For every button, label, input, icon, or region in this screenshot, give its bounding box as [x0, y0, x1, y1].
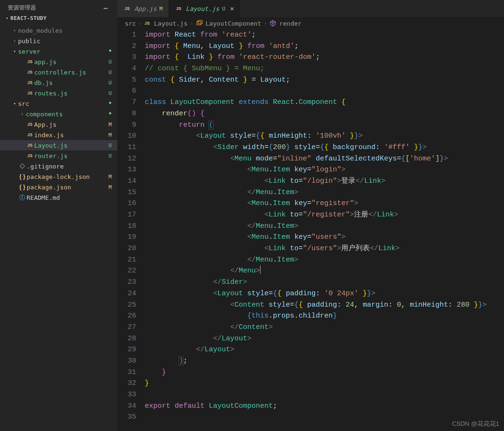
line-number: 33 — [117, 389, 136, 401]
tree-file[interactable]: { }package.jsonM — [0, 182, 117, 192]
breadcrumb[interactable]: src›JSLayout.js›LayoutComponent›render — [117, 17, 504, 29]
tree-folder[interactable]: ›components• — [0, 109, 117, 119]
line-number: 4 — [117, 63, 136, 75]
file-label: src — [18, 100, 107, 107]
code-line[interactable]: <Layout style={{ padding: '0 24px' }}> — [145, 288, 504, 300]
file-label: router.js — [34, 152, 107, 159]
tree-file[interactable]: JSindex.jsM — [0, 130, 117, 140]
line-number: 12 — [117, 153, 136, 165]
file-tree: ›node_modules›public▾server•JSapp.jsUJSc… — [0, 23, 117, 205]
project-name: REACT-STUDY — [10, 15, 113, 21]
line-number: 24 — [117, 288, 136, 300]
js-icon: JS — [123, 6, 131, 11]
more-icon[interactable]: ⋯ — [102, 4, 110, 12]
line-number: 20 — [117, 243, 136, 254]
git-status: M — [107, 174, 113, 180]
code-line[interactable]: </Menu> — [145, 265, 504, 277]
tree-folder[interactable]: ▾server• — [0, 46, 117, 56]
code-line[interactable]: } — [145, 378, 504, 389]
tree-file[interactable]: JSrouter.jsU — [0, 150, 117, 161]
chevron-down-icon: ▾ — [11, 49, 18, 54]
tree-file[interactable]: JSapp.jsU — [0, 56, 117, 67]
code-line[interactable]: return ( — [145, 120, 504, 131]
breadcrumb-item[interactable]: src — [125, 20, 136, 27]
code-line[interactable]: <Link to="/login">登录</Link> — [145, 176, 504, 187]
code-line[interactable]: <Content style={{ padding: 24, margin: 0… — [145, 300, 504, 311]
editor-tab[interactable]: JSApp.jsM — [117, 0, 169, 17]
code-line[interactable]: <Sider width={200} style={{ background: … — [145, 142, 504, 153]
tree-file[interactable]: { }package-lock.jsonM — [0, 171, 117, 182]
code-line[interactable]: </Content> — [145, 322, 504, 333]
code-line[interactable]: <Layout style={{ minHeight: '100vh' }}> — [145, 131, 504, 142]
code-line[interactable]: </Menu.Item> — [145, 221, 504, 232]
line-number: 28 — [117, 333, 136, 345]
line-number: 1 — [117, 29, 136, 41]
file-label: package-lock.json — [27, 173, 107, 180]
code-line[interactable]: export default LayoutComponent; — [145, 401, 504, 412]
tree-file[interactable]: JSdb.jsU — [0, 77, 117, 88]
code-line[interactable]: </Layout> — [145, 333, 504, 345]
code-line[interactable]: render() { — [145, 108, 504, 120]
tree-folder[interactable]: ›public — [0, 36, 117, 46]
code-line[interactable]: </Menu.Item> — [145, 187, 504, 198]
line-number: 17 — [117, 209, 136, 221]
code-line[interactable]: import React from 'react'; — [145, 29, 504, 41]
code-line[interactable]: import { Link } from 'react-router-dom'; — [145, 52, 504, 63]
tree-file[interactable]: iREADME.md — [0, 192, 117, 203]
breadcrumb-item[interactable]: render — [279, 20, 301, 27]
explorer-sidebar: 资源管理器 ⋯ ▾ REACT-STUDY ›node_modules›publ… — [0, 0, 117, 431]
file-label: package.json — [27, 184, 107, 191]
code-line[interactable] — [145, 389, 504, 401]
json-icon: { } — [18, 173, 27, 180]
tree-file[interactable]: JScontrollers.jsU — [0, 67, 117, 77]
js-icon: JS — [145, 21, 151, 26]
code-line[interactable] — [145, 85, 504, 97]
code-line[interactable]: {this.props.children} — [145, 310, 504, 322]
js-icon: JS — [26, 91, 34, 95]
code-line[interactable]: // const { SubMenu } = Menu; — [145, 63, 504, 75]
tree-file[interactable]: JSLayout.jsU — [0, 140, 117, 150]
code-line[interactable]: import { Menu, Layout } from 'antd'; — [145, 41, 504, 52]
code-line[interactable]: <Link to="/register">注册</Link> — [145, 209, 504, 221]
chevron-right-icon: › — [19, 112, 26, 116]
code-line[interactable]: </Layout> — [145, 344, 504, 356]
code-line[interactable]: } — [145, 367, 504, 378]
code-line[interactable]: const { Sider, Content } = Layout; — [145, 75, 504, 86]
breadcrumb-item[interactable]: LayoutComponent — [205, 20, 261, 27]
code-line[interactable]: </Sider> — [145, 277, 504, 288]
line-number: 29 — [117, 344, 136, 356]
chevron-right-icon: › — [264, 21, 267, 26]
js-icon: JS — [26, 59, 34, 64]
breadcrumb-item[interactable]: Layout.js — [154, 20, 187, 27]
code-content[interactable]: import React from 'react';import { Menu,… — [145, 29, 504, 431]
code-line[interactable]: class LayoutComponent extends React.Comp… — [145, 97, 504, 108]
line-number: 18 — [117, 221, 136, 232]
code-editor[interactable]: 1234567891011121314151617181920212223242… — [117, 29, 504, 431]
tree-file[interactable]: JSApp.jsM — [0, 119, 117, 130]
code-line[interactable]: <Menu mode="inline" defaultSelectedKeys=… — [145, 153, 504, 165]
code-line[interactable] — [145, 412, 504, 423]
line-number: 19 — [117, 232, 136, 243]
code-line[interactable]: <Link to="/users">用户列表</Link> — [145, 243, 504, 254]
line-number: 5 — [117, 75, 136, 86]
line-number: 16 — [117, 198, 136, 209]
svg-rect-0 — [197, 22, 201, 25]
code-line[interactable]: <Menu.Item key="register"> — [145, 198, 504, 209]
line-number: 15 — [117, 187, 136, 198]
code-line[interactable]: ); — [145, 356, 504, 367]
line-number: 31 — [117, 367, 136, 378]
project-root[interactable]: ▾ REACT-STUDY — [0, 13, 117, 23]
line-number: 7 — [117, 97, 136, 108]
js-icon: JS — [26, 122, 34, 127]
file-label: components — [26, 111, 107, 118]
tree-file[interactable]: JSroutes.jsU — [0, 88, 117, 98]
code-line[interactable]: </Menu.Item> — [145, 254, 504, 266]
editor-tab[interactable]: JSLayout.jsU× — [169, 0, 241, 17]
tree-folder[interactable]: ›node_modules — [0, 25, 117, 36]
code-line[interactable]: <Menu.Item key="users"> — [145, 232, 504, 243]
code-line[interactable]: <Menu.Item key="login"> — [145, 164, 504, 176]
git-status: U — [107, 69, 113, 75]
tree-folder[interactable]: ▾src• — [0, 98, 117, 109]
tree-file[interactable]: .gitignore — [0, 161, 117, 171]
close-icon[interactable]: × — [230, 5, 234, 12]
